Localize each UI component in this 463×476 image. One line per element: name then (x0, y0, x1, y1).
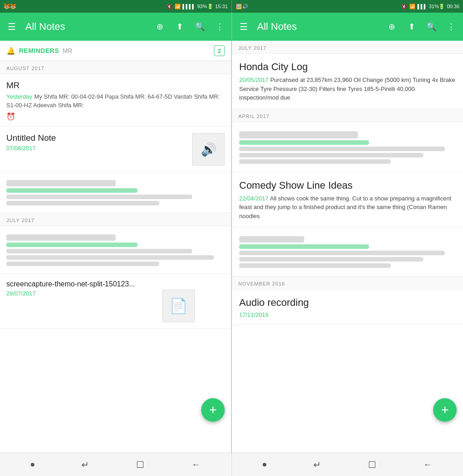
right-battery: 31%🔋 (429, 4, 445, 10)
note-body: 20/05/2017 Purcahsed at 23,857km 23,960 … (239, 76, 456, 102)
nav-back-right[interactable]: ← (423, 459, 432, 470)
reminder-bell-icon: 🔔 (6, 47, 15, 55)
note-title: Audio recording (239, 297, 456, 309)
blurred-title (239, 131, 358, 138)
note-title: screencapture-themo-net-split-150123... (6, 280, 225, 288)
note-date: 17/11/2016 (239, 311, 456, 318)
nav-dot-right[interactable] (263, 463, 266, 466)
list-item[interactable]: Honda City Log 20/05/2017 Purcahsed at 2… (232, 54, 463, 109)
section-july-2017-right: JULY 2017 (232, 41, 463, 54)
note-thumbnail: 📄 (162, 290, 195, 322)
note-date: 22/04/2017 (239, 195, 269, 202)
sync-icon-right[interactable]: ⊕ (385, 20, 398, 33)
blurred-line (239, 251, 445, 255)
left-status-info: 🔇 📶 ▌▌▌▌ 93%🔋 15:31 (166, 4, 228, 10)
recent-apps-icon: ↵ (81, 459, 89, 470)
nav-home-right[interactable]: ☐ (368, 459, 376, 470)
left-battery: 93%🔋 (197, 4, 213, 10)
note-title: Comedy Show Line Ideas (239, 180, 456, 191)
note-title: MR (6, 81, 225, 90)
note-title: Honda City Log (239, 61, 456, 73)
list-item[interactable]: Audio recording 17/11/2016 (232, 290, 463, 325)
right-signal: ▌▌▌ (417, 4, 427, 9)
dot-icon (31, 463, 34, 466)
blurred-title (6, 180, 116, 186)
more-icon-right[interactable]: ⋮ (445, 20, 458, 33)
nav-back-left[interactable]: ← (191, 459, 200, 470)
audio-icon: 🔊 (201, 142, 217, 157)
status-bar: 🐯🐯 🔇 📶 ▌▌▌▌ 93%🔋 15:31 🖼️🔊 🔇 📶 ▌▌▌ 31%🔋 … (0, 0, 463, 13)
main-content: 🔔 REMINDERS MR 2 AUGUST 2017 MR Yesterda… (0, 41, 463, 452)
reminder-clock-icon: ⏰ (6, 112, 225, 121)
list-item[interactable]: Untitled Note 07/08/2017 🔊 (0, 127, 231, 172)
app-bar-left: ☰ All Notes ⊕ ⬆ 🔍 ⋮ (0, 13, 232, 41)
list-item[interactable] (0, 226, 231, 274)
blurred-line (6, 255, 214, 260)
nav-dot-left[interactable] (31, 463, 34, 466)
search-icon-left[interactable]: 🔍 (194, 20, 206, 33)
note-date: 20/05/2017 (239, 76, 269, 83)
search-icon-right[interactable]: 🔍 (425, 20, 438, 33)
bottom-nav-left: ↵ ☐ ← (0, 453, 232, 476)
section-april-2017: APRIL 2017 (232, 109, 463, 122)
blurred-line (6, 262, 159, 266)
blurred-date (239, 140, 369, 145)
reminders-badge: 2 (214, 45, 225, 56)
right-time: 00:36 (447, 4, 459, 9)
blurred-title (6, 234, 116, 241)
blurred-line (239, 147, 445, 151)
status-bar-left: 🐯🐯 🔇 📶 ▌▌▌▌ 93%🔋 15:31 (0, 0, 232, 13)
note-date: Yesterday My Shifa MR: 00-04-02-94 Papa … (6, 92, 225, 109)
app-bars: ☰ All Notes ⊕ ⬆ 🔍 ⋮ ☰ All Notes ⊕ ⬆ 🔍 ⋮ (0, 13, 463, 41)
right-status-info: 🔇 📶 ▌▌▌ 31%🔋 00:36 (401, 4, 459, 10)
list-item[interactable] (0, 172, 231, 213)
nav-home-left[interactable]: ☐ (136, 459, 144, 470)
file-icon: 📄 (170, 297, 188, 314)
back-icon: ← (423, 459, 432, 470)
upload-icon-right[interactable]: ⬆ (405, 20, 418, 33)
blurred-line (239, 159, 391, 164)
upload-icon-left[interactable]: ⬆ (174, 20, 186, 33)
list-item[interactable]: Comedy Show Line Ideas 22/04/2017 All sh… (232, 172, 463, 228)
nav-recent-right[interactable]: ↵ (313, 459, 321, 470)
reminders-mr: MR (63, 47, 73, 54)
status-bar-right: 🖼️🔊 🔇 📶 ▌▌▌ 31%🔋 00:36 (232, 0, 463, 13)
blurred-title (239, 236, 304, 243)
list-item[interactable] (232, 122, 463, 172)
home-icon: ☐ (136, 459, 144, 470)
back-icon: ← (191, 459, 200, 470)
app-title-left: All Notes (25, 21, 146, 33)
left-wifi-icon: 📶 (175, 4, 181, 10)
section-august-2017: AUGUST 2017 (0, 61, 231, 74)
list-item[interactable] (232, 227, 463, 276)
reminders-bar[interactable]: 🔔 REMINDERS MR 2 (0, 41, 231, 61)
list-item[interactable]: MR Yesterday My Shifa MR: 00-04-02-94 Pa… (0, 74, 231, 127)
left-time: 15:31 (215, 4, 228, 9)
menu-icon-right[interactable]: ☰ (237, 20, 250, 33)
bottom-nav: ↵ ☐ ← ↵ ☐ ← (0, 452, 463, 476)
note-body: 22/04/2017 All shows cook the same thing… (239, 194, 456, 221)
fab-button-left[interactable]: + (201, 398, 225, 422)
sync-icon-left[interactable]: ⊕ (154, 20, 166, 33)
more-icon-left[interactable]: ⋮ (213, 20, 226, 33)
left-mute-icon: 🔇 (166, 4, 173, 10)
list-item[interactable]: screencapture-themo-net-split-150123... … (0, 274, 231, 329)
bottom-nav-right: ↵ ☐ ← (232, 453, 463, 476)
left-signal: ▌▌▌▌ (183, 4, 195, 9)
section-july-2017-left: JULY 2017 (0, 213, 231, 226)
app-bar-right: ☰ All Notes ⊕ ⬆ 🔍 ⋮ (232, 13, 463, 41)
fab-button-right[interactable]: + (433, 398, 457, 422)
menu-icon-left[interactable]: ☰ (5, 20, 18, 33)
right-status-icons: 🖼️🔊 (236, 4, 248, 10)
blurred-date (6, 188, 137, 193)
home-icon: ☐ (368, 459, 376, 470)
app-title-right: All Notes (257, 21, 378, 33)
nav-recent-left[interactable]: ↵ (81, 459, 89, 470)
panel-right: JULY 2017 Honda City Log 20/05/2017 Purc… (232, 41, 463, 452)
recent-apps-icon: ↵ (313, 459, 321, 470)
blurred-line (239, 257, 423, 262)
note-thumbnail: 🔊 (192, 133, 225, 166)
note-preview: All shows cook the same thing. Cut to a … (239, 195, 451, 219)
blurred-date (239, 244, 369, 249)
blurred-line (6, 201, 159, 205)
